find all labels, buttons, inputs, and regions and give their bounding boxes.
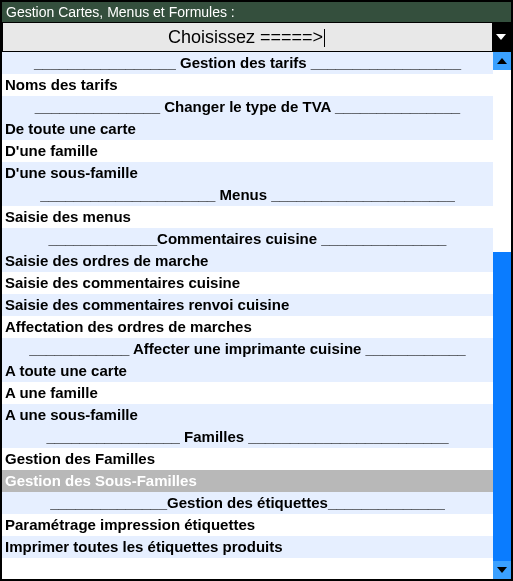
list-section-header: _____________________ Menus ____________… — [2, 184, 493, 206]
combo-prompt: Choisissez =====> — [3, 27, 510, 48]
list-item[interactable]: Saisie des ordres de marche — [2, 250, 493, 272]
list-section-header: _____________Commentaires cuisine ______… — [2, 228, 493, 250]
scroll-down-button[interactable] — [493, 561, 511, 579]
combo-box[interactable]: Choisissez =====> — [2, 22, 511, 52]
window: Gestion Cartes, Menus et Formules : Choi… — [0, 0, 513, 581]
list-item[interactable]: Imprimer toutes les étiquettes produits — [2, 536, 493, 558]
list-item[interactable]: De toute une carte — [2, 118, 493, 140]
list-item[interactable]: Noms des tarifs — [2, 74, 493, 96]
scroll-thumb[interactable] — [493, 252, 511, 561]
list-item[interactable]: Paramétrage impression étiquettes — [2, 514, 493, 536]
list-item[interactable]: A une sous-famille — [2, 404, 493, 426]
list-section-header: ________________ Familles ______________… — [2, 426, 493, 448]
scroll-track[interactable] — [493, 70, 511, 561]
list-item[interactable]: Affectation des ordres de marches — [2, 316, 493, 338]
list-item[interactable]: Saisie des commentaires renvoi cuisine — [2, 294, 493, 316]
list-section-header: ______________Gestion des étiquettes____… — [2, 492, 493, 514]
scroll-up-button[interactable] — [493, 52, 511, 70]
list-item[interactable]: Saisie des commentaires cuisine — [2, 272, 493, 294]
dropdown-list[interactable]: _________________ Gestion des tarifs ___… — [2, 52, 493, 579]
list-item[interactable]: A toute une carte — [2, 360, 493, 382]
list-item[interactable]: D'une famille — [2, 140, 493, 162]
list-item[interactable]: Gestion des Familles — [2, 448, 493, 470]
list-item-selected[interactable]: Gestion des Sous-Familles — [2, 470, 493, 492]
dropdown-list-area: _________________ Gestion des tarifs ___… — [2, 52, 511, 579]
scrollbar[interactable] — [493, 52, 511, 579]
list-section-header: _________________ Gestion des tarifs ___… — [2, 52, 493, 74]
combo-prompt-text: Choisissez =====> — [168, 27, 323, 47]
list-section-header: _______________ Changer le type de TVA _… — [2, 96, 493, 118]
text-cursor — [324, 29, 325, 47]
window-title: Gestion Cartes, Menus et Formules : — [2, 2, 511, 22]
list-item[interactable]: D'une sous-famille — [2, 162, 493, 184]
list-item[interactable]: A une famille — [2, 382, 493, 404]
list-section-header: ____________ Affecter une imprimante cui… — [2, 338, 493, 360]
list-item[interactable]: Saisie des menus — [2, 206, 493, 228]
combo-dropdown-button[interactable] — [492, 23, 510, 51]
